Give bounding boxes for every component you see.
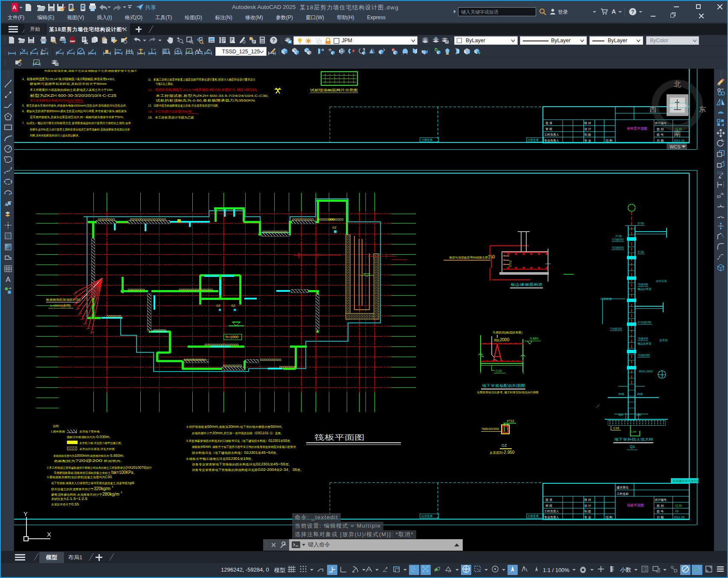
svg-text:说明: 说明	[53, 424, 59, 428]
svg-text:钢板板厚6mm ,钢板尺寸如下图所示图中未注明的设备用管提按: 钢板板厚6mm ,钢板尺寸如下图所示图中未注明的设备用管提按相应设备施工图预埋,	[191, 444, 296, 449]
svg-text:制 图: 制 图	[584, 133, 591, 137]
svg-text:?14@150: ?14@150	[638, 354, 650, 357]
svg-text:?: ?	[631, 9, 634, 15]
svg-text:?10@200: ?10@200	[612, 238, 624, 241]
svg-text:4.保护层底板底50mm,底板顶30mm.地下室外墙外侧迎水: 4.保护层底板底50mm,底板顶30mm.地下室外墙外侧迎水面50mm。	[186, 424, 284, 429]
svg-text:某某建筑设计研究院: 某某建筑设计研究院	[673, 479, 699, 483]
svg-text:图 别: 图 别	[657, 504, 664, 508]
svg-text:X: X	[47, 531, 51, 538]
svg-text:1.图中图例: 1.图中图例	[51, 430, 65, 433]
svg-text:北: 北	[674, 80, 681, 88]
svg-text:从基底到-2.950: 从基底到-2.950	[490, 450, 515, 455]
svg-text:2.本工程根据江苏华鉴勘测设计有限公司出具的岩土工程勘察报告: 2.本工程根据江苏华鉴勘测设计有限公司出具的岩土工程勘察报告(HX2010078…	[47, 465, 152, 470]
svg-text:本工程单桩竖向承载力特征值为700KN.: 本工程单桩竖向承载力特征值为700KN.	[30, 99, 83, 102]
svg-text:桩型为ZKZH 600-30-3/20/20/10/4-C-: 桩型为ZKZH 600-30-3/20/20/10/4-C-C25	[29, 93, 117, 98]
svg-text:梅花状布置: 梅花状布置	[637, 342, 652, 346]
svg-text:外墙内侧不小于20mm,其它按一类环境类别按《03G101-: 外墙内侧不小于20mm,其它按一类环境类别按《03G101-1》选用。	[192, 431, 284, 435]
svg-text:专 业: 专 业	[584, 139, 591, 142]
svg-text:判断,及时向勘察院和设计人提出加以解决。: 判断,及时向勘察院和设计人提出加以解决。	[30, 134, 81, 137]
svg-text:GZ: GZ	[216, 304, 220, 307]
svg-text:建设单位: 建设单位	[616, 486, 629, 489]
svg-text:可施工以上基础。: 可施工以上基础。	[156, 82, 175, 85]
svg-text:住房签章: 住房签章	[421, 514, 433, 517]
svg-text:基础底板厚度均为1000mm,板面相对标高为-5.850m。: 基础底板厚度均为1000mm,板面相对标高为-5.850m。	[53, 453, 126, 458]
svg-text:A: A	[6, 276, 11, 284]
svg-text:校 对: 校 对	[584, 498, 591, 501]
svg-text:4?12: 4?12	[507, 419, 514, 423]
svg-text:某某建筑设计研究院: 某某建筑设计研究院	[669, 104, 687, 107]
svg-text:3: 3	[112, 485, 113, 488]
svg-text:底部与顶部纵筋弯钩锚固支撑150: 底部与顶部纵筋弯钩锚固支撑150	[449, 255, 495, 259]
svg-text:马凳筋形状仅供参考, 施工时将实际情况自行调整: 马凳筋形状仅供参考, 施工时将实际情况自行调整	[477, 391, 539, 394]
svg-text:3.基础底板及侧壁(包括坡道)混凝土强度均为C30.: 3.基础底板及侧壁(包括坡道)混凝土强度均为C30.	[47, 475, 113, 479]
svg-text:Q1: Q1	[630, 444, 635, 449]
svg-text:图 号: 图 号	[657, 510, 664, 513]
svg-text:地下室底板,墙体及入口坡道挡土墙均采用抗渗混凝土,抗渗等级为: 地下室底板,墙体及入口坡道挡土墙均采用抗渗混凝土,抗渗等级为p6	[51, 480, 134, 485]
svg-text:专业负责人: 专业负责人	[544, 139, 559, 142]
svg-text:设备专业管道穿地下室墙板的加强构造详见苏G02-2004第2: 设备专业管道穿地下室墙板的加强构造详见苏G02-2004第2-34、35页。	[192, 468, 304, 472]
svg-text:DWF: DWF	[70, 40, 75, 43]
svg-text:马凳筋间(梅花状布置): 马凳筋间(梅花状布置)	[493, 331, 522, 334]
svg-text:6.墙板水平施工缝做法详见02J301第19页。: 6.墙板水平施工缝做法详见02J301第19页。	[186, 456, 255, 461]
svg-text:2?12@150: 2?12@150	[638, 321, 651, 324]
svg-text:防水构造详见《地下建筑防水构造》02J301第45~54页。: 防水构造详见《地下建筑防水构造》02J301第45~54页。	[192, 450, 279, 455]
svg-text:GZ: GZ	[231, 304, 235, 307]
svg-text:板底附加筋加强筋9?20: 板底附加筋加强筋9?20	[46, 298, 80, 302]
svg-text:4、桩身材料强度为C25,≤4?表示Ⅰ级钢筋,?表示Ⅱ级钢筋: 4、桩身材料强度为C25,≤4?表示Ⅰ级钢筋,?表示Ⅱ级钢筋,焊条采用E4301…	[22, 77, 117, 81]
svg-text:间距2000: 间距2000	[494, 337, 510, 342]
svg-text:本工程做试桩,桩型为ZKZH 600-33.5-7/24/2: 本工程做试桩,桩型为ZKZH 600-33.5-7/24/24/10/4-C-C…	[156, 94, 269, 98]
svg-text:3: 3	[121, 491, 122, 494]
svg-text:设 计: 设 计	[584, 504, 591, 507]
svg-text:日 期: 日 期	[657, 139, 664, 142]
svg-text:Y: Y	[23, 510, 28, 517]
svg-text:防水混凝土的水泥用量不得少于320kg/m: 防水混凝土的水泥用量不得少于320kg/m	[51, 486, 110, 491]
svg-text:审 核: 审 核	[545, 128, 552, 131]
svg-text:校 对: 校 对	[584, 122, 591, 125]
svg-text:GZ: GZ	[502, 443, 507, 447]
svg-text:设计编号: 设计编号	[655, 498, 667, 501]
svg-text:2?16: 2?16	[615, 235, 622, 238]
svg-text:隐标注外墙顶标高均为-0.030m。: 隐标注外墙顶标高均为-0.030m。	[67, 435, 112, 439]
svg-text:南: 南	[674, 130, 681, 138]
svg-text:注册签章: 注册签章	[421, 138, 433, 142]
svg-text:为保证桩顶质量,成桩工艺应采用既提工艺亦用既要护壁工艺施工: 为保证桩顶质量,成桩工艺应采用既提工艺亦用既要护壁工艺施工	[44, 70, 138, 73]
svg-text:5.本图屏蔽穿墙防水构造及封口钢板等详见《地下建筑防水构造》: 5.本图屏蔽穿墙防水构造及封口钢板等详见《地下建筑防水构造》02J301第55页…	[186, 439, 291, 443]
svg-text:7、钻成孔一般以设计桩长控制标高为主,要求桩底端达到设计要求: 7、钻成孔一般以设计桩长控制标高为主,要求桩底端达到设计要求持力层程的土层内,如…	[22, 121, 131, 125]
svg-text:结 构: 结 构	[675, 504, 682, 508]
svg-text:地下室外挡土墙大样: 地下室外挡土墙大样	[614, 437, 653, 441]
svg-text:6、桩纵向主筋保护层厚50mm,桩向主筋应沿周边均匀布置,并: 6、桩纵向主筋保护层厚50mm,桩向主筋应沿周边均匀布置,并尽量减少接头,钢筋接…	[22, 109, 127, 113]
svg-text:?6@450: ?6@450	[638, 283, 648, 286]
svg-text:03: 03	[675, 510, 679, 513]
svg-text:日 期: 日 期	[657, 516, 664, 519]
svg-text:14、本工程设计总桩数为61根。: 14、本工程设计总桩数为61根。	[148, 110, 195, 113]
svg-text:2011.06: 2011.06	[674, 139, 684, 142]
svg-text:5、桩主筋接头采用对焊接头,焊接接头每隔1000mm与主筋点: 5、桩主筋接头采用对焊接头,焊接接头每隔1000mm与主筋点焊,加劲箍筋均与主筋…	[22, 104, 128, 107]
svg-text:出图签章: 出图签章	[528, 514, 539, 517]
svg-text:15、本工程桩基设计等级为乙级: 15、本工程桩基设计等级为乙级	[148, 116, 194, 119]
svg-text:批 准: 批 准	[545, 498, 552, 502]
svg-text:结 构: 结 构	[606, 139, 612, 142]
svg-text:试桩的桩顶标高为-0.60,单桩极限承载力为3550KN.: 试桩的桩顶标高为-0.60,单桩极限承载力为3550KN.	[156, 99, 256, 102]
svg-text:.1: .1	[167, 50, 170, 53]
svg-text:表示自行车坡道,详见大样图: 表示自行车坡道,详见大样图	[79, 447, 115, 451]
svg-text:?: ?	[272, 38, 275, 44]
svg-text:结 构: 结 构	[606, 516, 612, 519]
svg-text:Lae: Lae	[631, 430, 637, 433]
svg-text:批 准: 批 准	[545, 122, 552, 125]
svg-text:内墙: 内墙	[637, 392, 643, 396]
svg-text:?68100/200: ?68100/200	[481, 427, 499, 431]
svg-text:板边缘侧面构造: 板边缘侧面构造	[510, 282, 543, 287]
svg-text:采用桩筏板基础,筏板座在②层粉质黏土夹粉土,fak=100K: 采用桩筏板基础,筏板座在②层粉质黏土夹粉土,fak=100KPa。	[54, 470, 136, 475]
svg-text:外墙: 外墙	[618, 392, 624, 396]
svg-text:地下室底板配筋剖面图: 地下室底板配筋剖面图	[481, 383, 525, 388]
svg-text:工程负责人: 工程负责人	[544, 510, 559, 513]
svg-text:2011.06: 2011.06	[674, 516, 684, 519]
svg-text:专 业: 专 业	[584, 516, 591, 519]
svg-text:?14@150: ?14@150	[610, 327, 622, 330]
svg-text:L=2000(余同): L=2000(余同)	[50, 304, 71, 308]
svg-text:桩骨料可选用带石灰碎石,其粒径不得大于50mm: 桩骨料可选用带石灰碎石,其粒径不得大于50mm	[29, 82, 107, 86]
svg-text:WCS: WCS	[670, 144, 681, 149]
svg-text:12、根据桩基检测规范,4,5,6,7#楼共确定4根试桩,本: 12、根据桩基检测规范,4,5,6,7#楼共确定4根试桩,本图所示, 确定1根试…	[148, 88, 257, 92]
svg-text:表示剪力墙,详见剪力墙平法施工图。: 表示剪力墙,详见剪力墙平法施工图。	[79, 441, 124, 445]
svg-text:制 图: 制 图	[584, 510, 591, 513]
